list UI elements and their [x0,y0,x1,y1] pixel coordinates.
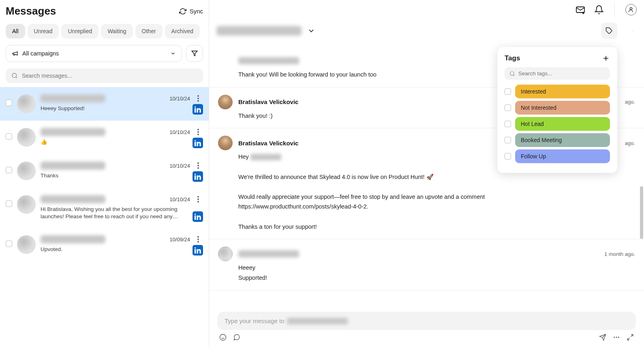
tab-other[interactable]: Other [135,24,163,38]
conversation-preview: Heeey Supported! [41,105,203,112]
search-icon [11,72,18,79]
conversation-date: 10/10/24 [169,196,190,202]
conversation-more-button[interactable] [193,162,203,169]
more-horizontal-icon [613,334,620,341]
avatar [218,136,233,150]
svg-point-16 [197,238,199,240]
conversation-date: 10/10/24 [169,96,190,102]
tags-search-input[interactable] [518,70,605,77]
conversation-contact-name [216,26,302,36]
add-tag-button[interactable] [602,54,610,62]
filter-button[interactable] [186,45,203,62]
conversation-item[interactable]: 10/10/24 Thanks [0,154,209,188]
svg-point-7 [197,131,199,133]
select-checkbox[interactable] [6,200,12,207]
linkedin-icon [193,171,203,182]
tags-search-wrap[interactable] [505,67,610,80]
compose-placeholder-prefix: Type your message to [225,317,285,324]
tag-checkbox[interactable] [505,121,511,127]
linkedin-icon [193,245,203,255]
tag-row[interactable]: Booked Meeting [505,133,610,147]
tab-waiting[interactable]: Waiting [101,24,133,38]
sender-name: Bratislava Velickovic [238,140,298,147]
tag-pill[interactable]: Hot Lead [515,117,610,131]
search-input-wrap[interactable] [6,68,203,83]
avatar [17,195,36,214]
snippet-button[interactable] [233,333,241,341]
inbox-add-button[interactable] [576,5,585,15]
campaign-select[interactable]: All campaigns [6,45,182,62]
tag-checkbox[interactable] [505,88,511,95]
conversation-more-button[interactable] [193,196,203,202]
tab-unreplied[interactable]: Unreplied [61,24,98,38]
refresh-icon [179,8,186,15]
svg-point-31 [614,337,615,338]
select-checkbox[interactable] [6,133,12,140]
tag-checkbox[interactable] [505,104,511,111]
chevron-down-icon [307,27,315,35]
tag-button[interactable] [601,23,617,39]
send-icon [599,334,606,341]
expand-button[interactable] [626,333,634,341]
tag-checkbox[interactable] [505,153,511,160]
conversation-more-button[interactable] [193,129,203,135]
tag-pill[interactable]: Booked Meeting [515,133,610,147]
emoji-button[interactable] [219,333,227,341]
svg-point-21 [630,8,632,10]
tag-row[interactable]: Not Interested [505,101,610,115]
contact-name [41,195,105,203]
message-text: Heeey Supported! [238,263,635,283]
conversation-more-button[interactable] [628,30,637,32]
tag-pill[interactable]: Interested [515,85,610,98]
tag-row[interactable]: Hot Lead [505,117,610,131]
svg-point-10 [197,165,199,166]
tag-row[interactable]: Interested [505,85,610,98]
tab-all[interactable]: All [6,24,25,38]
contact-expand-button[interactable] [307,27,315,35]
svg-line-39 [513,75,515,76]
compose-more-button[interactable] [612,333,620,341]
sync-button[interactable]: Sync [179,8,203,15]
contact-name [41,128,105,136]
mail-plus-icon [576,5,585,15]
tag-row[interactable]: Follow Up [505,149,610,163]
more-horizontal-icon [629,30,636,32]
conversation-more-button[interactable] [193,95,203,102]
tab-archived[interactable]: Archived [165,24,200,38]
divider [614,2,615,17]
svg-point-15 [197,236,199,238]
sync-label: Sync [190,8,203,15]
conversation-preview: 👍 [41,138,203,146]
svg-line-34 [631,334,633,336]
select-checkbox[interactable] [6,241,12,247]
svg-point-4 [197,98,199,99]
conversation-item[interactable]: 10/10/24 👍 [0,121,209,154]
svg-point-1 [12,73,17,78]
conversation-more-button[interactable] [193,236,203,243]
compose-input[interactable]: Type your message to [217,312,636,330]
notifications-button[interactable] [594,5,604,15]
tag-pill[interactable]: Not Interested [515,101,610,115]
bell-icon [594,5,604,15]
select-checkbox[interactable] [6,167,12,173]
tags-popover: Tags Interested Not Interested Hot Lead … [497,47,617,173]
search-input[interactable] [22,72,197,79]
svg-point-6 [197,129,199,130]
conversation-item[interactable]: 10/09/24 Upvoted. [0,228,209,262]
tag-checkbox[interactable] [505,137,511,143]
chat-icon [233,334,240,341]
svg-point-26 [220,334,226,341]
conversation-item[interactable]: 10/10/24 Hi Bratislava, Wishing you all … [0,188,209,228]
conversation-date: 10/10/24 [169,163,190,169]
avatar [218,247,233,261]
tab-unread[interactable]: Unread [28,24,59,38]
search-icon [509,71,515,77]
tag-pill[interactable]: Follow Up [515,149,610,163]
user-icon [628,6,634,13]
profile-button[interactable] [625,4,637,15]
scrollbar[interactable] [640,186,643,239]
emoji-icon [219,334,227,341]
conversation-item[interactable]: 10/10/24 Heeey Supported! [0,87,209,121]
send-button[interactable] [599,333,607,341]
select-checkbox[interactable] [6,100,12,106]
